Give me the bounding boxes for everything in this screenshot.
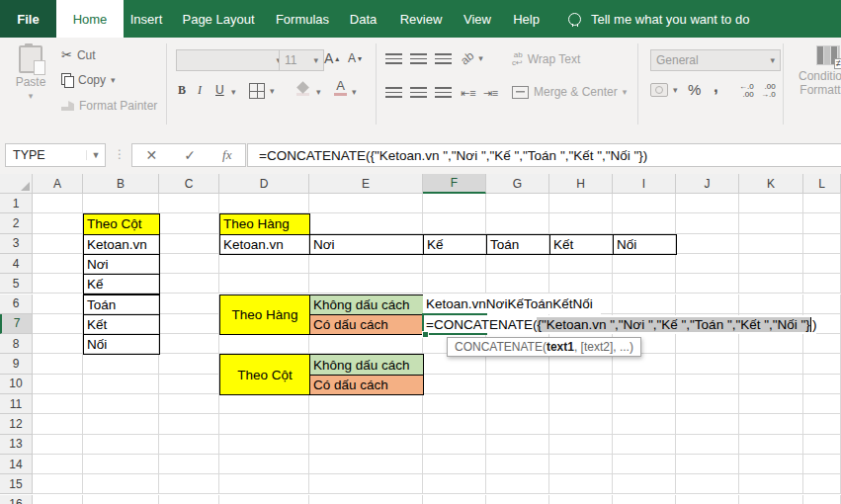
cell-K10[interactable]: [739, 375, 803, 394]
cell-H11[interactable]: [549, 394, 613, 414]
cell-H1[interactable]: [549, 194, 613, 213]
cell-G10[interactable]: [486, 375, 549, 394]
indent-buttons[interactable]: ⇤≡ ⇥≡: [461, 87, 498, 100]
cell-C3[interactable]: [159, 234, 219, 254]
cell-L15[interactable]: [803, 474, 841, 494]
cell-C13[interactable]: [159, 435, 219, 455]
cell-E8[interactable]: [309, 334, 423, 354]
tab-home[interactable]: Home: [56, 0, 124, 38]
tab-help[interactable]: Help: [502, 0, 550, 38]
row-header-1[interactable]: 1: [0, 194, 33, 213]
col-header-C[interactable]: C: [159, 174, 219, 194]
cell-E6[interactable]: Không dấu cách: [309, 294, 424, 315]
tell-me-box[interactable]: Tell me what you want to do: [568, 0, 749, 38]
cell-J5[interactable]: [676, 274, 739, 294]
cell-D14[interactable]: [219, 455, 309, 474]
cell-C10[interactable]: [159, 375, 219, 394]
cell-G12[interactable]: [486, 414, 549, 434]
cell-I14[interactable]: [613, 455, 676, 474]
cell-G14[interactable]: [486, 455, 549, 474]
cell-I13[interactable]: [613, 435, 676, 455]
cell-B12[interactable]: [83, 414, 159, 434]
number-format-combobox[interactable]: General ▾: [650, 49, 781, 71]
cell-J2[interactable]: [676, 213, 739, 233]
cell-E4[interactable]: [309, 254, 423, 274]
cell-J14[interactable]: [676, 455, 739, 474]
cell-B8[interactable]: Nối: [83, 334, 160, 355]
cell-A9[interactable]: [33, 354, 83, 374]
cell-B4[interactable]: Nơi: [83, 254, 160, 275]
cell-D15[interactable]: [219, 474, 309, 494]
cell-H13[interactable]: [549, 435, 613, 455]
cell-I4[interactable]: [613, 254, 676, 274]
decrease-decimal-button[interactable]: .00 →.0: [761, 83, 776, 99]
cell-K4[interactable]: [739, 254, 803, 274]
cell-C15[interactable]: [159, 474, 219, 494]
col-header-J[interactable]: J: [676, 174, 739, 194]
row-header-5[interactable]: 5: [0, 274, 33, 294]
cell-F6[interactable]: Ketoan.vnNơiKếToánKếtNối: [423, 294, 601, 314]
cell-D9:D10[interactable]: Theo Cột: [219, 354, 310, 395]
cell-H5[interactable]: [549, 274, 613, 294]
cell-K14[interactable]: [739, 455, 803, 474]
cell-H10[interactable]: [549, 375, 613, 394]
cell-A12[interactable]: [33, 414, 83, 434]
cell-K15[interactable]: [739, 474, 803, 494]
cell-K6[interactable]: [739, 294, 803, 314]
cell-J3[interactable]: [676, 234, 739, 254]
formula-bar-handle[interactable]: ⋮: [114, 143, 126, 165]
tab-page-layout[interactable]: Page Layout: [169, 0, 268, 38]
cell-L8[interactable]: [803, 334, 841, 354]
col-header-B[interactable]: B: [83, 174, 159, 194]
row-header-14[interactable]: 14: [0, 455, 33, 474]
tab-data[interactable]: Data: [337, 0, 389, 38]
cell-G2[interactable]: [486, 213, 549, 233]
vertical-align-buttons[interactable]: [385, 53, 452, 64]
cell-E16[interactable]: [309, 495, 423, 504]
cell-C2[interactable]: [159, 213, 219, 233]
tab-formulas[interactable]: Formulas: [268, 0, 337, 38]
row-header-4[interactable]: 4: [0, 254, 33, 274]
accounting-format-button[interactable]: ▾: [650, 83, 678, 97]
cell-A7[interactable]: [33, 314, 83, 334]
cell-D8[interactable]: [219, 334, 309, 354]
row-header-12[interactable]: 12: [0, 414, 33, 434]
cell-J9[interactable]: [676, 354, 739, 374]
enter-icon[interactable]: ✓: [184, 147, 196, 163]
cell-C14[interactable]: [159, 455, 219, 474]
cell-E5[interactable]: [309, 274, 423, 294]
cell-A5[interactable]: [33, 274, 83, 294]
cell-C12[interactable]: [159, 414, 219, 434]
cell-C6[interactable]: [159, 294, 219, 314]
cell-F10[interactable]: [423, 375, 486, 394]
grow-font-button[interactable]: A▴: [324, 50, 339, 66]
cell-A13[interactable]: [33, 435, 83, 455]
cell-G16[interactable]: [486, 495, 549, 504]
cell-L2[interactable]: [803, 213, 841, 233]
cell-H12[interactable]: [549, 414, 613, 434]
row-header-6[interactable]: 6: [0, 294, 33, 314]
cell-F14[interactable]: [423, 455, 486, 474]
cell-A4[interactable]: [33, 254, 83, 274]
cell-G13[interactable]: [486, 435, 549, 455]
cell-F11[interactable]: [423, 394, 486, 414]
row-header-10[interactable]: 10: [0, 375, 33, 394]
cell-E14[interactable]: [309, 455, 423, 474]
cell-H16[interactable]: [549, 495, 613, 504]
cell-C16[interactable]: [159, 495, 219, 504]
col-header-F[interactable]: F: [423, 174, 486, 194]
cell-G9[interactable]: [486, 354, 549, 374]
cell-H9[interactable]: [549, 354, 613, 374]
cell-L16[interactable]: [803, 495, 841, 504]
increase-decimal-button[interactable]: ←.0 .00: [739, 83, 754, 99]
cell-L14[interactable]: [803, 455, 841, 474]
cell-A14[interactable]: [33, 455, 83, 474]
bold-button[interactable]: B: [178, 83, 186, 98]
cell-K3[interactable]: [739, 234, 803, 254]
tab-file[interactable]: File: [0, 0, 56, 38]
row-header-13[interactable]: 13: [0, 435, 33, 455]
cell-B6[interactable]: Toán: [83, 294, 160, 315]
cell-I1[interactable]: [613, 194, 676, 213]
col-header-K[interactable]: K: [739, 174, 803, 194]
cut-button[interactable]: ✂ Cut: [61, 47, 96, 62]
